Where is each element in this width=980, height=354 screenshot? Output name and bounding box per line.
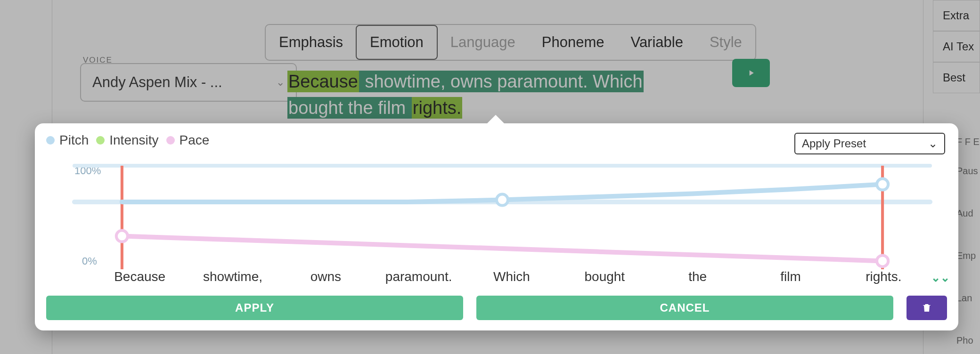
word-tick: owns xyxy=(279,269,372,284)
word-tick: bought xyxy=(558,269,651,284)
delete-button[interactable] xyxy=(906,296,947,320)
pace-dot-icon xyxy=(166,136,175,145)
word-tick: the xyxy=(651,269,744,284)
svg-point-4 xyxy=(497,194,508,206)
legend-pitch-label: Pitch xyxy=(59,133,89,148)
expand-down-icon[interactable]: ⌄⌄ xyxy=(931,271,950,284)
legend-pace-label: Pace xyxy=(180,133,210,148)
legend-intensity-label: Intensity xyxy=(109,133,158,148)
word-tick: Which xyxy=(465,269,558,284)
cancel-button[interactable]: CANCEL xyxy=(476,296,893,320)
popover-caret xyxy=(485,115,506,125)
legend-intensity[interactable]: Intensity xyxy=(96,133,158,148)
word-axis: Becauseshowtime,ownsparamount.Whichbough… xyxy=(93,269,930,284)
word-tick: showtime, xyxy=(186,269,279,284)
popover-footer: APPLY CANCEL xyxy=(46,296,947,320)
trash-icon xyxy=(921,302,932,314)
svg-point-7 xyxy=(877,255,888,266)
legend-pace[interactable]: Pace xyxy=(166,133,210,148)
intensity-dot-icon xyxy=(96,136,105,145)
apply-preset-select[interactable]: Apply Preset ⌄ xyxy=(794,133,945,154)
emotion-editor-popover: Pitch Intensity Pace Apply Preset ⌄ 100%… xyxy=(35,123,958,330)
word-tick: film xyxy=(744,269,837,284)
apply-button[interactable]: APPLY xyxy=(46,296,463,320)
legend-pitch[interactable]: Pitch xyxy=(46,133,89,148)
pitch-dot-icon xyxy=(46,136,55,145)
curve-chart[interactable] xyxy=(74,166,930,269)
word-tick: rights. xyxy=(837,269,930,284)
word-tick: Because xyxy=(93,269,186,284)
svg-point-5 xyxy=(877,179,888,190)
preset-label: Apply Preset xyxy=(802,137,866,150)
word-tick: paramount. xyxy=(372,269,465,284)
chevron-down-icon: ⌄ xyxy=(928,137,938,150)
svg-point-6 xyxy=(116,231,128,242)
